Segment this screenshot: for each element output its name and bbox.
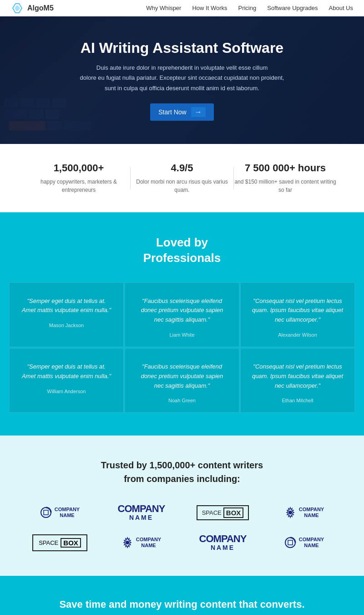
testimonial-card-3: "Consequat nisl vel pretium lectus quam.… bbox=[240, 282, 355, 347]
logo-text: AlgoM5 bbox=[27, 4, 54, 12]
logo-text-large-2: COMPANY NAME bbox=[199, 534, 247, 551]
logo-item-3: SPACE BOX bbox=[190, 502, 256, 523]
svg-point-15 bbox=[126, 541, 129, 544]
logo-gear-1: COMPANY NAME bbox=[284, 507, 324, 518]
navbar: AlgoM5 Why Whisper How It Works Pricing … bbox=[0, 0, 364, 16]
stat-item-1: 1,500,000+ happy copywriters, marketers … bbox=[27, 162, 130, 194]
testimonial-author-5: Noah Green bbox=[136, 398, 228, 403]
testimonial-author-3: Alexander Wilson bbox=[252, 332, 344, 338]
logo-item-7: COMPANY NAME bbox=[190, 532, 256, 553]
testimonial-author-1: Mason Jackson bbox=[20, 323, 112, 328]
nav-how-it-works[interactable]: How It Works bbox=[192, 5, 227, 11]
logo-item-1: COMPANY NAME bbox=[27, 502, 93, 523]
trusted-section: Trusted by 1,500,000+ content writersfro… bbox=[0, 436, 364, 576]
stat-item-2: 4.9/5 Dolor morbi non arcu risus quis va… bbox=[131, 162, 233, 194]
logo-spacebox-1: SPACE BOX bbox=[197, 505, 249, 520]
svg-point-14 bbox=[288, 511, 292, 514]
logo-item-2: COMPANY NAME bbox=[108, 502, 174, 523]
nav-software-upgrades[interactable]: Software Upgrades bbox=[267, 5, 318, 11]
stat-number-1: 1,500,000+ bbox=[27, 162, 130, 174]
hero-content: AI Writing Assistant Software Duis aute … bbox=[53, 40, 312, 120]
testimonial-text-4: "Semper eget duis at tellus at. Amet mat… bbox=[20, 362, 112, 381]
logo-item-6: COMPANY NAME bbox=[108, 532, 174, 553]
testimonial-card-1: "Semper eget duis at tellus at. Amet mat… bbox=[9, 282, 124, 347]
testimonial-text-2: "Faucibus scelerisque eleifend donec pre… bbox=[136, 297, 228, 325]
logos-grid: COMPANY NAME COMPANY NAME SPACE BOX bbox=[23, 502, 341, 553]
logo-circular-2: COMPANY NAME bbox=[284, 537, 324, 548]
logo[interactable]: AlgoM5 bbox=[11, 2, 54, 15]
logo-item-4: COMPANY NAME bbox=[271, 502, 337, 523]
stats-section: 1,500,000+ happy copywriters, marketers … bbox=[0, 144, 364, 212]
logo-icon bbox=[11, 2, 24, 15]
logo-circular-1: COMPANY NAME bbox=[40, 507, 80, 518]
testimonial-card-6: "Consequat nisl vel pretium lectus quam.… bbox=[240, 348, 355, 413]
cta-button[interactable]: Start Now → bbox=[150, 103, 213, 121]
how-title: Save time and money writing content that… bbox=[18, 599, 346, 610]
stat-item-3: 7 500 000+ hours and $150 million+ saved… bbox=[234, 162, 337, 194]
nav-about-us[interactable]: About Us bbox=[329, 5, 353, 11]
nav-pricing[interactable]: Pricing bbox=[238, 5, 256, 11]
hero-title: AI Writing Assistant Software bbox=[80, 40, 284, 56]
stat-number-3: 7 500 000+ hours bbox=[234, 162, 337, 174]
testimonial-card-5: "Faucibus scelerisque eleifend donec pre… bbox=[125, 348, 239, 413]
testimonials-section: Loved byProfessionals "Semper eget duis … bbox=[0, 212, 364, 436]
hero-section: AI Writing Assistant Software Duis aute … bbox=[0, 16, 364, 144]
testimonial-card-2: "Faucibus scelerisque eleifend donec pre… bbox=[125, 282, 239, 347]
svg-marker-1 bbox=[15, 5, 20, 11]
testimonials-title: Loved byProfessionals bbox=[9, 235, 355, 266]
cta-arrow-icon: → bbox=[191, 107, 206, 117]
how-section: Save time and money writing content that… bbox=[0, 576, 364, 615]
testimonial-author-2: Liam White bbox=[136, 332, 228, 338]
testimonials-grid: "Semper eget duis at tellus at. Amet mat… bbox=[9, 282, 355, 413]
testimonial-text-6: "Consequat nisl vel pretium lectus quam.… bbox=[252, 362, 344, 390]
nav-why-whisper[interactable]: Why Whisper bbox=[146, 5, 181, 11]
logo-item-8: COMPANY NAME bbox=[271, 532, 337, 553]
testimonial-text-3: "Consequat nisl vel pretium lectus quam.… bbox=[252, 297, 344, 325]
logo-gear-2: COMPANY NAME bbox=[121, 537, 161, 548]
stat-desc-2: Dolor morbi non arcu risus quis varius q… bbox=[131, 178, 233, 194]
testimonial-author-6: Ethan Mitchell bbox=[252, 398, 344, 403]
hero-subtitle: Duis aute irure dolor in reprehenderit i… bbox=[80, 63, 284, 93]
logo-circle-icon-1 bbox=[40, 507, 52, 518]
logo-gear-icon-2 bbox=[121, 537, 133, 548]
stat-desc-3: and $150 million+ saved in content writi… bbox=[234, 178, 337, 194]
stat-number-2: 4.9/5 bbox=[131, 162, 233, 174]
testimonial-author-4: William Anderson bbox=[20, 389, 112, 394]
logo-spacebox-2: SPACE BOX bbox=[32, 534, 87, 551]
logo-circle-icon-2 bbox=[284, 537, 296, 548]
testimonial-text-1: "Semper eget duis at tellus at. Amet mat… bbox=[20, 297, 112, 316]
testimonial-card-4: "Semper eget duis at tellus at. Amet mat… bbox=[9, 348, 124, 413]
testimonial-text-5: "Faucibus scelerisque eleifend donec pre… bbox=[136, 362, 228, 390]
trusted-title: Trusted by 1,500,000+ content writersfro… bbox=[18, 458, 346, 486]
logo-text-large-1: COMPANY NAME bbox=[118, 504, 165, 521]
nav-links: Why Whisper How It Works Pricing Softwar… bbox=[146, 5, 353, 11]
logo-gear-icon-1 bbox=[284, 507, 296, 518]
logo-item-5: SPACE BOX bbox=[27, 532, 93, 553]
stat-desc-1: happy copywriters, marketers & entrepren… bbox=[27, 178, 130, 194]
